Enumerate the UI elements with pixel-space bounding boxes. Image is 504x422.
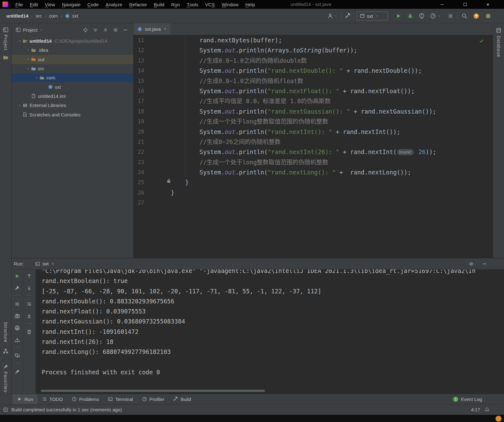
dump-threads-button[interactable] bbox=[12, 311, 23, 321]
tool-stripe-database[interactable]: Database bbox=[496, 36, 501, 57]
tree-item-external-libraries[interactable]: External Libraries bbox=[12, 101, 133, 110]
stop-button[interactable] bbox=[12, 299, 23, 309]
run-tab-sxt[interactable]: sxt bbox=[35, 261, 55, 266]
breadcrumb-item-untitled14[interactable]: untitled14 bbox=[6, 13, 29, 19]
collapse-all-icon[interactable] bbox=[103, 27, 108, 33]
line-number[interactable]: 18 bbox=[134, 106, 171, 116]
menu-view[interactable]: View bbox=[41, 0, 59, 9]
stop-button[interactable] bbox=[448, 13, 454, 19]
select-opened-file-icon[interactable] bbox=[83, 27, 88, 33]
gutter-marker-icon[interactable] bbox=[166, 178, 171, 184]
layout-settings-button[interactable] bbox=[12, 351, 23, 361]
line-number[interactable]: 27 bbox=[134, 198, 171, 208]
line-number[interactable]: 25 bbox=[134, 177, 171, 187]
toolwindow-tab-run[interactable]: Run bbox=[13, 394, 38, 404]
toolwindow-tab-terminal[interactable]: Terminal bbox=[103, 394, 138, 404]
toolwindow-tab-todo[interactable]: TODO bbox=[38, 394, 67, 404]
print-button[interactable] bbox=[12, 323, 23, 333]
menu-file[interactable]: File bbox=[12, 0, 26, 9]
line-number[interactable]: 15 bbox=[134, 76, 171, 86]
rerun-button[interactable] bbox=[12, 271, 23, 281]
tree-collapse-icon[interactable] bbox=[34, 76, 39, 80]
restore-layout-button[interactable] bbox=[12, 335, 23, 345]
tree-item-untitled14-iml[interactable]: untitled14.iml bbox=[12, 92, 133, 101]
tool-stripe-project[interactable]: Project bbox=[3, 35, 8, 51]
line-number[interactable]: 14 bbox=[134, 66, 171, 76]
pin-icon[interactable] bbox=[3, 364, 8, 370]
settings-gear-icon[interactable] bbox=[113, 27, 118, 33]
coverage-button[interactable] bbox=[419, 13, 425, 19]
settings-gear-icon[interactable] bbox=[469, 261, 474, 266]
tree-item-scratches-and-consoles[interactable]: Scratches and Consoles bbox=[12, 110, 133, 119]
editor-code[interactable]: rand.nextBytes(buffer); System.out.print… bbox=[171, 35, 493, 258]
menu-analyze[interactable]: Analyze bbox=[102, 0, 126, 9]
notifications-bell-icon[interactable] bbox=[485, 407, 490, 412]
line-number[interactable]: 26 bbox=[134, 188, 171, 198]
database-icon[interactable] bbox=[496, 28, 501, 33]
line-number[interactable]: 21 bbox=[134, 137, 171, 147]
user-icon[interactable] bbox=[327, 13, 333, 19]
menu-build[interactable]: Build bbox=[150, 0, 168, 9]
inspections-ok-icon[interactable] bbox=[479, 38, 484, 43]
tree-item-untitled14[interactable]: untitled14C:\IDEAproject\untitled14 bbox=[12, 36, 133, 45]
console-output[interactable]: "C:\Program Files\Java\jdk-20\bin\java.e… bbox=[36, 270, 493, 389]
scroll-to-end-button[interactable] bbox=[23, 311, 35, 321]
toolwindow-tab-build[interactable]: Build bbox=[169, 394, 195, 404]
console-scrollbar[interactable] bbox=[41, 390, 265, 392]
minimize-button[interactable] bbox=[431, 0, 454, 9]
soft-wrap-button[interactable] bbox=[23, 299, 35, 309]
notification-icon[interactable] bbox=[485, 13, 491, 19]
expand-all-icon[interactable] bbox=[93, 27, 98, 33]
profiler-button[interactable] bbox=[430, 13, 436, 19]
menu-run[interactable]: Run bbox=[168, 0, 183, 9]
tree-item-com[interactable]: com bbox=[12, 73, 133, 82]
line-number[interactable]: 19 bbox=[134, 116, 171, 126]
tool-stripe-structure[interactable]: Structure bbox=[3, 322, 8, 343]
clear-all-button[interactable] bbox=[23, 327, 35, 337]
next-occurrence-button[interactable] bbox=[23, 283, 35, 293]
line-number[interactable]: 16 bbox=[134, 86, 171, 96]
structure-icon[interactable] bbox=[3, 348, 8, 354]
previous-occurrence-button[interactable] bbox=[23, 271, 35, 281]
tree-collapse-icon[interactable] bbox=[17, 39, 23, 43]
toolwindow-tab-profiler[interactable]: Profiler bbox=[138, 394, 169, 404]
run-button[interactable] bbox=[396, 13, 402, 19]
folder-icon[interactable] bbox=[3, 55, 8, 60]
editor-gutter[interactable]: 1112131415161718192021222324252627 bbox=[134, 35, 171, 258]
hide-panel-icon[interactable] bbox=[482, 261, 487, 266]
menu-code[interactable]: Code bbox=[84, 0, 102, 9]
line-number[interactable]: 20 bbox=[134, 127, 171, 137]
tree-expand-icon[interactable] bbox=[25, 48, 31, 52]
tool-stripe-favorites[interactable]: Favorites bbox=[3, 371, 8, 393]
event-log-button[interactable]: 1 Event Log bbox=[453, 397, 482, 402]
toolwindow-tab-problems[interactable]: Problems bbox=[67, 394, 103, 404]
menu-vcs[interactable]: VCS bbox=[202, 0, 218, 9]
line-number[interactable]: 12 bbox=[134, 45, 171, 55]
line-number[interactable]: 22 bbox=[134, 147, 171, 157]
line-number[interactable]: 17 bbox=[134, 96, 171, 106]
tree-item--idea[interactable]: .idea bbox=[12, 45, 133, 55]
debug-button[interactable] bbox=[407, 13, 413, 19]
line-number[interactable]: 23 bbox=[134, 157, 171, 167]
run-config-select[interactable]: sxt bbox=[357, 11, 388, 20]
tree-item-out[interactable]: out bbox=[12, 55, 133, 64]
edit-configuration-button[interactable] bbox=[12, 283, 23, 293]
project-panel-title[interactable]: Project bbox=[23, 27, 38, 33]
tree-expand-icon[interactable] bbox=[17, 104, 23, 107]
chevron-down-icon[interactable] bbox=[40, 28, 43, 32]
menu-window[interactable]: Window bbox=[218, 0, 242, 9]
menu-navigate[interactable]: Navigate bbox=[59, 0, 84, 9]
menu-tools[interactable]: Tools bbox=[183, 0, 202, 9]
maximize-button[interactable] bbox=[454, 0, 476, 9]
menu-refactor[interactable]: Refactor bbox=[126, 0, 150, 9]
project-tool-icon[interactable] bbox=[3, 27, 8, 33]
search-everywhere-icon[interactable] bbox=[461, 13, 467, 19]
breadcrumb-item-com[interactable]: com bbox=[49, 13, 58, 19]
menu-edit[interactable]: Edit bbox=[26, 0, 41, 9]
close-tab-icon[interactable] bbox=[51, 262, 55, 265]
update-icon[interactable] bbox=[473, 13, 479, 19]
tree-item-sxt[interactable]: Csxt bbox=[12, 82, 133, 91]
line-number[interactable]: 24 bbox=[134, 167, 171, 177]
caret-position[interactable]: 4:17 bbox=[471, 407, 480, 412]
build-hammer-icon[interactable] bbox=[345, 13, 351, 19]
